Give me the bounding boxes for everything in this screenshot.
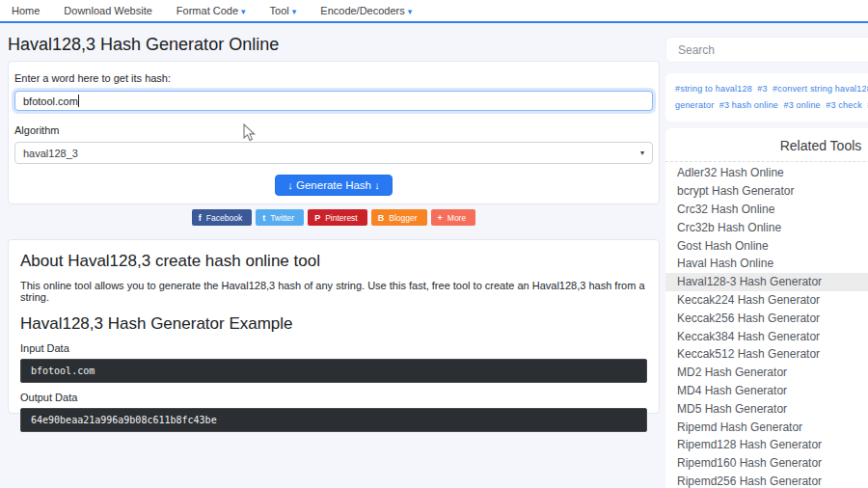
related-tool-link[interactable]: Crc32b Hash Online bbox=[665, 218, 868, 236]
plus-icon: + bbox=[438, 213, 443, 223]
generate-hash-label: Generate Hash bbox=[296, 179, 371, 191]
sidebar: #string to haval128 #3 #convert string h… bbox=[665, 37, 868, 488]
arrow-down-icon: ↓ bbox=[287, 179, 293, 191]
nav-item[interactable]: Tool▾ bbox=[270, 5, 297, 16]
related-tool-link[interactable]: bcrypt Hash Generator bbox=[665, 182, 868, 201]
generate-hash-button[interactable]: ↓ Generate Hash ↓ bbox=[275, 175, 392, 196]
share-button-label: More bbox=[448, 213, 466, 223]
nav-item[interactable]: Download Website bbox=[64, 5, 152, 16]
share-button[interactable]: B Blogger bbox=[371, 209, 427, 226]
hash-form-card: Enter a word here to get its hash: Algor… bbox=[8, 61, 660, 204]
related-tools-title: Related Tools bbox=[665, 134, 868, 162]
related-tool-link[interactable]: Ripemd160 Hash Generator bbox=[665, 454, 868, 473]
related-tool-link[interactable]: Keccak384 Hash Generator bbox=[665, 327, 868, 345]
blogger-icon: B bbox=[378, 213, 385, 223]
generate-button-row: ↓ Generate Hash ↓ bbox=[14, 175, 653, 196]
share-button-label: Blogger bbox=[389, 213, 417, 223]
output-data-label: Output Data bbox=[20, 392, 647, 403]
algorithm-selected-value: haval128_3 bbox=[23, 148, 78, 159]
nav-items: Home Download Website Format Code▾ Tool▾… bbox=[12, 5, 412, 16]
nav-item-label: Encode/Decoders bbox=[320, 5, 404, 16]
share-button[interactable]: f Facebook bbox=[192, 209, 252, 226]
arrow-down-icon: ↓ bbox=[374, 179, 380, 191]
algorithm-label: Algorithm bbox=[14, 124, 653, 136]
share-button[interactable]: t Twitter bbox=[256, 209, 304, 226]
related-tool-link[interactable]: MD5 Hash Generator bbox=[665, 399, 868, 418]
related-tools-list: Adler32 Hash Onlinebcrypt Hash Generator… bbox=[665, 164, 868, 488]
nav-item-label: Tool bbox=[270, 5, 289, 16]
share-button[interactable]: P Pinterest bbox=[308, 209, 367, 226]
input-data-block: bfotool.com bbox=[20, 359, 647, 383]
related-tool-link[interactable]: Gost Hash Online bbox=[665, 236, 868, 255]
pinterest-icon: P bbox=[314, 213, 320, 223]
related-tool-link[interactable]: Haval128-3 Hash Generator bbox=[665, 273, 868, 291]
algorithm-select[interactable]: haval128_3 ▾ bbox=[14, 142, 653, 164]
page-title: Haval128,3 Hash Generator Online bbox=[8, 35, 279, 55]
nav-item[interactable]: Home bbox=[12, 5, 40, 16]
caret-down-icon: ▾ bbox=[241, 7, 246, 16]
share-button-label: Facebook bbox=[206, 213, 242, 223]
nav-item-label: Download Website bbox=[64, 5, 152, 16]
share-button-label: Twitter bbox=[270, 213, 294, 223]
example-heading: Haval128,3 Hash Generator Example bbox=[20, 314, 647, 334]
about-text: This online tool allows you to generate … bbox=[20, 280, 647, 303]
share-button-label: Pinterest bbox=[325, 213, 358, 223]
caret-down-icon: ▾ bbox=[408, 7, 413, 16]
caret-down-icon: ▾ bbox=[640, 149, 644, 157]
nav-item[interactable]: Encode/Decoders▾ bbox=[320, 5, 412, 16]
output-data-block: 64e90beaa21a996a9b08c611b8fc43be bbox=[20, 408, 647, 432]
related-tools-card: Related Tools Adler32 Hash Onlinebcrypt … bbox=[665, 128, 868, 488]
hash-input[interactable] bbox=[14, 91, 653, 111]
tags-card: #string to haval128 #3 #convert string h… bbox=[665, 73, 868, 122]
facebook-icon: f bbox=[199, 213, 202, 223]
related-tool-link[interactable]: Keccak512 Hash Generator bbox=[665, 345, 868, 364]
about-heading: About Haval128,3 create hash online tool bbox=[20, 252, 647, 271]
tag-links-line-1[interactable]: #string to haval128 #3 #convert string h… bbox=[675, 81, 868, 97]
share-button[interactable]: + More bbox=[431, 209, 476, 226]
nav-item-label: Home bbox=[12, 5, 40, 16]
top-navbar: Home Download Website Format Code▾ Tool▾… bbox=[0, 0, 868, 23]
about-card: About Haval128,3 create hash online tool… bbox=[8, 239, 660, 414]
hash-input-label: Enter a word here to get its hash: bbox=[14, 72, 653, 84]
input-data-label: Input Data bbox=[20, 342, 647, 354]
related-tool-link[interactable]: Haval Hash Online bbox=[665, 255, 868, 273]
mouse-pointer-icon bbox=[243, 123, 256, 142]
hash-input-wrap bbox=[14, 91, 653, 111]
related-tool-link[interactable]: Keccak224 Hash Generator bbox=[665, 291, 868, 310]
related-tool-link[interactable]: Ripemd128 Hash Generator bbox=[665, 436, 868, 454]
related-tool-link[interactable]: Keccak256 Hash Generator bbox=[665, 309, 868, 327]
related-tool-link[interactable]: Ripemd256 Hash Generator bbox=[665, 473, 868, 488]
related-tool-link[interactable]: MD2 Hash Generator bbox=[665, 364, 868, 382]
nav-item-label: Format Code bbox=[176, 5, 238, 16]
tag-links-line-2[interactable]: generator #3 hash online #3 online #3 ch… bbox=[675, 97, 868, 114]
share-buttons-row: f Facebook t Twitter P Pinterest B Blogg… bbox=[8, 209, 660, 226]
caret-down-icon: ▾ bbox=[292, 7, 297, 16]
related-tool-link[interactable]: Crc32 Hash Online bbox=[665, 201, 868, 219]
related-tool-link[interactable]: MD4 Hash Generator bbox=[665, 382, 868, 400]
related-tool-link[interactable]: Ripemd Hash Generator bbox=[665, 418, 868, 436]
related-tool-link[interactable]: Adler32 Hash Online bbox=[665, 164, 868, 182]
twitter-icon: t bbox=[262, 213, 265, 223]
search-input[interactable] bbox=[665, 37, 868, 63]
nav-item[interactable]: Format Code▾ bbox=[176, 5, 246, 16]
text-cursor bbox=[78, 95, 79, 107]
